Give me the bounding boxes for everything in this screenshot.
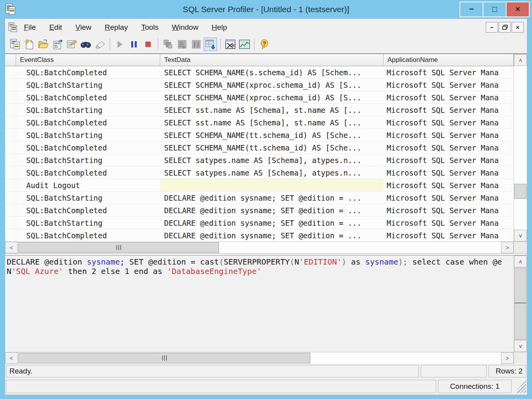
column-header-applicationname[interactable]: ApplicationName — [384, 54, 514, 66]
eventclass-cell: SQL:BatchCompleted — [16, 167, 160, 179]
open-trace-button[interactable] — [37, 38, 50, 51]
find-button[interactable] — [79, 38, 92, 51]
grid-hscroll-thumb[interactable] — [18, 242, 219, 253]
table-row[interactable]: Audit LogoutMicrosoft SQL Server Mana — [5, 179, 514, 192]
table-row[interactable]: SQL:BatchStartingSELECT SCHEMA_NAME(xpro… — [5, 79, 514, 91]
minimize-icon: − — [469, 5, 474, 14]
maximize-button[interactable]: □ — [483, 2, 507, 17]
scroll-left-icon: < — [10, 355, 13, 361]
table-row[interactable]: SQL:BatchStartingDECLARE @edition sysnam… — [5, 192, 514, 204]
row-selector-cell — [5, 129, 16, 141]
applicationname-cell: Microsoft SQL Server Mana — [384, 66, 514, 78]
scroll-right-icon: > — [506, 355, 509, 361]
clear-trace-button[interactable] — [93, 38, 107, 51]
menu-edit[interactable]: Edit — [49, 23, 62, 32]
performance-chart-icon — [239, 39, 250, 49]
close-button[interactable]: × — [506, 2, 530, 17]
menu-tools[interactable]: Tools — [141, 23, 158, 32]
execute-one-step-button[interactable] — [161, 38, 175, 51]
table-row[interactable]: SQL:BatchCompletedSELECT sst.name AS [Sc… — [5, 116, 514, 129]
table-row[interactable]: SQL:BatchCompletedSELECT SCHEMA_NAME(xpr… — [5, 91, 514, 104]
table-row[interactable]: SQL:BatchCompletedSELECT SCHEMA_NAME(tt.… — [5, 141, 514, 154]
properties-button[interactable] — [65, 38, 78, 51]
auto-scroll-button[interactable] — [204, 38, 217, 51]
grid-vertical-scrollbar[interactable]: ∧ ∨ — [514, 54, 527, 241]
start-replay-button[interactable] — [113, 38, 127, 51]
textdata-cell: DECLARE @edition sysname; SET @edition =… — [160, 192, 384, 204]
menu-replay[interactable]: Replay — [105, 23, 128, 32]
toggle-breakpoint-button[interactable] — [190, 38, 203, 51]
performance-chart-button[interactable] — [238, 38, 251, 51]
detail-hscroll-thumb[interactable] — [18, 353, 310, 363]
mdi-minimize-icon: − — [490, 24, 494, 31]
find-icon — [80, 40, 91, 49]
scroll-down-button[interactable]: ∨ — [514, 230, 527, 241]
organize-columns-button[interactable] — [224, 38, 237, 51]
scroll-up-icon: ∧ — [518, 57, 522, 63]
grid-horizontal-scrollbar[interactable]: < > — [5, 241, 527, 253]
grid-vscroll-thumb[interactable] — [514, 184, 527, 199]
sql-line: N'SQL Azure' then 2 else 1 end as 'Datab… — [7, 267, 513, 276]
grid-hscroll-track[interactable] — [18, 242, 501, 253]
column-header-eventclass[interactable]: EventClass — [16, 54, 160, 66]
table-row[interactable]: SQL:BatchStartingSELECT SCHEMA_NAME(tt.s… — [5, 129, 514, 141]
scroll-right-button[interactable]: > — [501, 242, 514, 253]
scrollbar-corner — [514, 352, 527, 364]
column-header-textdata[interactable]: TextData — [160, 54, 384, 66]
minimize-button[interactable]: − — [460, 2, 483, 17]
row-selector-cell — [5, 141, 16, 154]
row-selector-cell — [5, 66, 16, 78]
sql-text[interactable]: DECLARE @edition sysname; SET @edition =… — [5, 256, 514, 352]
mdi-close-button[interactable]: × — [512, 22, 524, 33]
detail-vertical-scrollbar[interactable]: ∧ ∨ — [514, 256, 527, 352]
svg-text:?: ? — [263, 40, 266, 46]
mdi-minimize-button[interactable]: − — [486, 22, 498, 33]
row-selector-cell — [5, 154, 16, 166]
row-selector-header[interactable] — [5, 54, 16, 66]
run-to-cursor-button[interactable] — [176, 38, 189, 51]
row-selector-cell — [5, 192, 16, 204]
table-row[interactable]: SQL:BatchCompletedSELECT SCHEMA_NAME(s.s… — [5, 66, 514, 79]
textdata-cell: DECLARE @edition sysname; SET @edition =… — [160, 229, 384, 241]
scroll-left-button[interactable]: < — [5, 352, 18, 364]
scroll-up-button[interactable]: ∧ — [514, 54, 527, 66]
resize-grip[interactable] — [514, 380, 526, 393]
eventclass-cell: SQL:BatchStarting — [16, 129, 160, 141]
scroll-left-button[interactable]: < — [5, 242, 18, 253]
table-row[interactable]: SQL:BatchCompletedDECLARE @edition sysna… — [5, 229, 514, 241]
status-bar: Ready. Rows: 2 — [5, 364, 527, 378]
help-button[interactable]: ? — [258, 38, 271, 51]
table-row[interactable]: SQL:BatchCompletedSELECT satypes.name AS… — [5, 167, 514, 179]
eventclass-cell: SQL:BatchCompleted — [16, 116, 160, 129]
row-selector-cell — [5, 167, 16, 179]
detail-vscroll-track[interactable] — [514, 267, 527, 340]
table-row[interactable]: SQL:BatchStartingSELECT sst.name AS [Sch… — [5, 104, 514, 116]
scroll-down-button[interactable]: ∨ — [514, 340, 527, 352]
scroll-up-icon: ∧ — [518, 258, 522, 265]
table-row[interactable]: SQL:BatchStartingSELECT satypes.name AS … — [5, 154, 514, 167]
trace-definition-button[interactable] — [9, 38, 22, 51]
detail-vscroll-thumb[interactable] — [514, 268, 527, 340]
toolbar-separator — [220, 38, 221, 50]
menu-view[interactable]: View — [75, 23, 91, 32]
menu-window[interactable]: Window — [172, 23, 199, 32]
save-trace-button[interactable] — [51, 38, 64, 51]
table-row[interactable]: SQL:BatchCompletedDECLARE @edition sysna… — [5, 204, 514, 217]
grid-vscroll-track[interactable] — [514, 66, 527, 230]
menu-file[interactable]: File — [24, 23, 36, 32]
new-trace-button[interactable] — [23, 38, 36, 51]
detail-horizontal-scrollbar[interactable]: < > — [5, 352, 527, 364]
textdata-cell: SELECT SCHEMA_NAME(s.schema_id) AS [Sche… — [160, 66, 384, 78]
detail-hscroll-track[interactable] — [18, 352, 501, 364]
row-selector-cell — [5, 79, 16, 91]
maximize-icon: □ — [492, 5, 497, 14]
table-row[interactable]: SQL:BatchStartingDECLARE @edition sysnam… — [5, 217, 514, 229]
pause-trace-button[interactable] — [127, 38, 141, 51]
row-selector-cell — [5, 104, 16, 116]
scroll-up-button[interactable]: ∧ — [514, 256, 527, 267]
connection-bar: Connections: 1 — [5, 378, 527, 395]
menu-help[interactable]: Help — [212, 23, 227, 32]
stop-trace-button[interactable] — [141, 38, 155, 51]
scroll-right-button[interactable]: > — [501, 352, 514, 364]
mdi-restore-button[interactable] — [499, 22, 511, 33]
